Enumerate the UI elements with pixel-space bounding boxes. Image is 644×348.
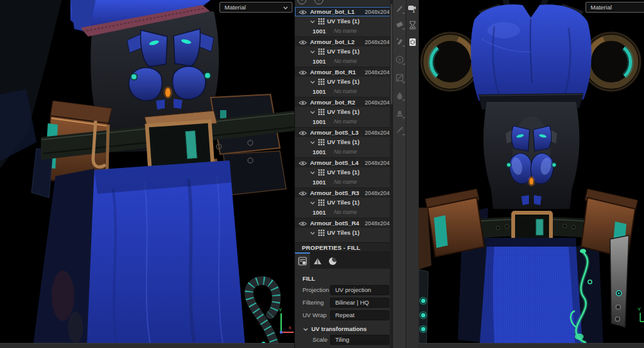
texture-set-resolution: 2048x204 [365,98,390,107]
smudge-icon[interactable] [393,89,406,102]
history-icon[interactable] [406,19,418,31]
uv-tiles-row[interactable]: UV Tiles (1) [295,77,391,87]
visibility-eye-icon[interactable] [299,9,307,15]
uv-tiles-row[interactable]: UV Tiles (1) [295,228,391,238]
projection-icon[interactable] [393,35,406,48]
chevron-down-icon[interactable] [310,201,315,205]
chevron-down-icon[interactable] [310,20,315,23]
camera-icon[interactable]: 1 [406,3,418,14]
visibility-eye-icon[interactable] [299,221,307,227]
uv-tile-row[interactable]: 1001 No name [295,87,391,97]
3d-viewport-right[interactable]: Y Material [418,0,644,348]
chevron-down-icon[interactable] [310,111,315,114]
texture-set-group: Armour_botS_L3 2048x204 UV Tiles (1) 100… [295,127,391,157]
polygon-fill-icon[interactable] [393,71,406,84]
texture-set-row[interactable]: Armour_botS_R3 2048x204 [295,188,391,198]
material-mode-dropdown[interactable]: Material [219,2,292,13]
chevron-down-icon[interactable] [310,141,315,144]
property-value-dropdown[interactable]: Repeat [330,310,389,320]
visibility-eye-icon[interactable] [299,191,307,196]
texture-set-row[interactable]: Armour_botS_L3 2048x204 [295,128,391,137]
chevron-down-icon[interactable] [310,232,315,235]
uv-tiles-row[interactable]: UV Tiles (1) [295,16,391,26]
property-value-dropdown[interactable]: Bilinear | HQ [330,298,389,308]
texture-set-row[interactable]: Armour_Bot_R1 2048x204 [295,67,391,77]
tools-column [393,0,406,348]
property-label: UV Wrap [303,312,326,318]
texture-set-resolution: 2048x204 [365,159,390,167]
uv-grid-icon [318,48,325,55]
visibility-eye-icon[interactable] [299,130,307,136]
texture-set-name: Armour_botS_R4 [310,219,359,228]
properties-tabs [295,252,391,269]
uv-tile-row[interactable]: 1001 No name [295,117,391,127]
texture-set-list: Armour_bot_L1 2048x204 UV Tiles (1) 1001… [295,6,391,238]
texture-set-resolution: 2048x204 [365,68,390,77]
tile-name: No name [334,26,357,36]
axis-y-label: Y [638,307,641,312]
uv-tile-row[interactable]: 1001 No name [295,177,391,188]
property-label: Filtering [303,299,324,306]
toolbar: 1 [393,0,418,348]
texture-set-row[interactable]: Armour_bot_L2 2048x204 [295,37,391,47]
texture-set-name: Armour_botS_L3 [310,128,358,137]
tile-name: No name [334,177,357,187]
visibility-eye-icon[interactable] [299,40,307,45]
chevron-down-icon[interactable] [310,50,315,53]
property-value-dropdown[interactable]: Tiling [330,335,389,345]
visibility-eye-icon[interactable] [299,70,307,76]
tile-id: 1001 [313,26,326,36]
viewport-bottom-bar [419,343,644,348]
uv-tile-row[interactable]: 1001 No name [295,26,391,36]
clone-stamp-icon[interactable] [393,106,406,120]
tab-geometry[interactable] [310,252,325,269]
texture-set-group: Armour_bot_R2 2048x204 UV Tiles (1) 1001… [295,97,391,127]
texture-set-row[interactable]: Armour_botS_R4 2048x204 [295,218,391,228]
tile-name: No name [334,208,357,217]
uv-grid-icon [318,199,325,206]
property-value-dropdown[interactable]: UV projection [330,285,389,295]
help-icon[interactable]: ? [314,0,323,4]
texture-set-group: Armour_Bot_R1 2048x204 UV Tiles (1) 1001… [295,67,391,97]
tab-material[interactable] [325,252,340,269]
card-icon[interactable] [406,36,418,48]
tile-id: 1001 [313,117,326,126]
uv-grid-icon [318,109,325,115]
uv-tiles-row[interactable]: UV Tiles (1) [295,198,391,208]
property-row: Scale Tiling [295,334,391,347]
visibility-eye-icon[interactable] [299,160,307,166]
filter-icon[interactable]: ≡ [297,0,306,4]
uv-transformations-header[interactable]: UV transformations [295,325,391,334]
3d-viewport-left[interactable]: Y x Material [0,0,294,348]
uv-tiles-label: UV Tiles (1) [327,16,360,26]
chevron-down-icon[interactable] [310,171,315,174]
texture-set-row[interactable]: Armour_bot_L1 2048x204 [295,7,391,16]
uv-tiles-row[interactable]: UV Tiles (1) [295,167,391,177]
uv-tile-row[interactable]: 1001 No name [295,57,391,67]
particle-icon[interactable] [393,53,406,66]
uv-tiles-label: UV Tiles (1) [327,167,360,177]
uv-tiles-row[interactable]: UV Tiles (1) [295,137,391,147]
texture-set-row[interactable]: Armour_botS_L4 2048x204 [295,158,391,167]
uv-tile-row[interactable]: 1001 No name [295,208,391,218]
axis-y-label: Y [279,307,282,313]
eraser-icon[interactable] [393,18,406,31]
uv-fields: Scale Tiling [295,334,391,347]
tab-properties[interactable] [295,252,310,269]
texture-set-row[interactable]: Armour_bot_R2 2048x204 [295,98,391,107]
texture-set-group: Armour_bot_L1 2048x204 UV Tiles (1) 1001… [295,6,391,36]
chevron-down-icon[interactable] [310,81,315,84]
brush-icon[interactable] [393,2,406,15]
material-mode-dropdown[interactable]: Material [586,2,644,13]
uv-tiles-row[interactable]: UV Tiles (1) [295,47,391,57]
uv-tiles-label: UV Tiles (1) [327,198,360,208]
properties-panel: PROPERTIES - FILL [295,242,391,348]
uv-tiles-row[interactable]: UV Tiles (1) [295,107,391,117]
material-picker-icon[interactable] [393,123,406,137]
tile-name: No name [334,117,357,126]
camera-badge: 1 [413,9,415,13]
uv-grid-icon [318,230,325,236]
property-row: Projection UV projection [295,284,391,297]
visibility-eye-icon[interactable] [299,100,307,106]
uv-tile-row[interactable]: 1001 No name [295,147,391,157]
